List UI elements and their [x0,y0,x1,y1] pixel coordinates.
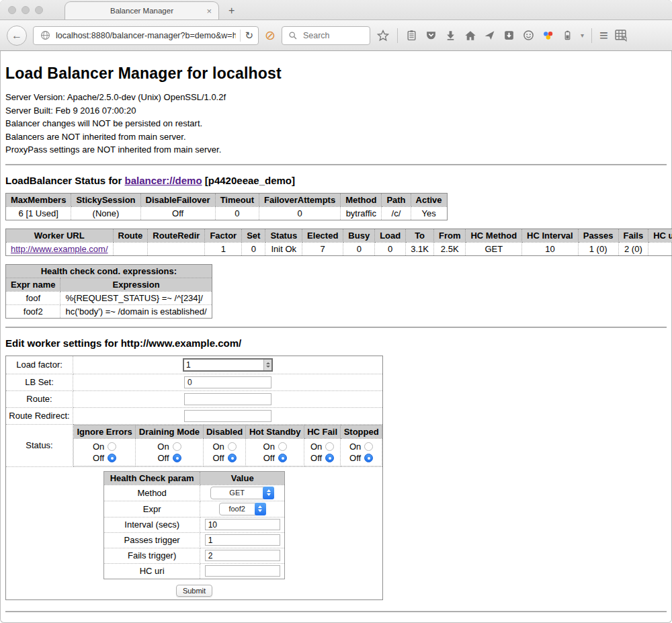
col-elected: Elected [302,229,343,242]
reading-list-icon[interactable] [405,29,419,42]
val-passes: 1 (0) [578,242,618,255]
reload-icon[interactable]: ↻ [245,30,253,42]
off-label: Off [263,453,275,463]
ignore-errors-off-radio[interactable] [108,454,116,462]
new-tab-button[interactable]: + [228,5,235,17]
hc-fails-label: Fails trigger) [104,548,200,563]
menu-icon[interactable]: ≡ [599,28,608,43]
col-hc-fail: HC Fail [304,425,340,438]
url-text[interactable]: localhost:8880/balancer-manager?b=demo&w… [56,31,236,40]
col-status: Status [265,229,302,242]
col-to: To [406,229,434,242]
status-table: Ignore Errors Draining Mode Disabled Hot… [73,425,382,466]
val-method: bytraffic [341,206,382,220]
route-row: Route: [6,390,383,407]
on-label: On [310,442,322,452]
color-dots-icon[interactable] [542,29,555,42]
col-ignore-errors: Ignore Errors [74,425,136,438]
draining-mode-on-radio[interactable] [173,442,181,451]
download-icon[interactable] [444,29,458,42]
edit-worker-heading: Edit worker settings for http://www.exam… [5,337,667,349]
hc-method-selected-value: GET [211,489,263,497]
hc-expr-select[interactable]: foof2 [219,503,266,515]
expr-name-foof: foof [6,291,60,304]
tab-balancer-manager[interactable]: Balancer Manager × [65,1,219,19]
col-set: Set [242,229,265,242]
expr-header-row: Expr name Expression [6,278,212,291]
globe-icon [38,29,52,42]
battery-icon[interactable] [561,29,575,42]
hc-fail-on-radio[interactable] [325,442,334,451]
balancer-status-heading: LoadBalancer Status for balancer://demo … [5,175,667,186]
val-set: 0 [242,242,265,255]
server-built-line: Server Built: Feb 9 2016 07:00:20 [5,104,667,118]
on-label: On [212,442,224,452]
route-redirect-label: Route Redirect: [6,407,73,424]
back-button[interactable]: ← [7,26,27,46]
hc-interval-row: Interval (secs) [104,517,285,532]
val-factor: 1 [205,242,242,255]
submit-button[interactable]: Submit [176,585,212,597]
route-redirect-row: Route Redirect: [6,407,383,424]
lb-set-label: LB Set: [6,374,73,390]
hc-fail-off-radio[interactable] [325,454,334,462]
hc-method-label: Method [104,485,200,501]
col-failoverattempts: FailoverAttempts [259,193,340,206]
stopped-off-radio[interactable] [364,454,373,462]
window-controls[interactable] [8,6,43,14]
tiles-icon[interactable] [614,29,628,42]
val-status: Init Ok [265,242,302,255]
minimize-window-button[interactable] [22,6,30,14]
close-window-button[interactable] [8,6,16,14]
close-tab-icon[interactable]: × [206,6,212,16]
hot-standby-on-radio[interactable] [278,442,287,451]
stopped-on-radio[interactable] [364,442,373,451]
zoom-window-button[interactable] [35,6,43,14]
val-failoverattempts: 0 [259,206,340,220]
url-bar[interactable]: localhost:8880/balancer-manager?b=demo&w… [33,26,259,45]
save-page-icon[interactable] [503,29,516,42]
route-input[interactable] [184,393,271,405]
bookmark-star-icon[interactable] [376,29,390,42]
ignore-errors-on-radio[interactable] [108,442,116,451]
hc-passes-label: Passes trigger [104,532,200,548]
expr-name-foof2: foof2 [6,304,60,318]
val-hc-uri [648,242,672,255]
search-icon [286,29,300,42]
val-busy: 0 [343,242,375,255]
pocket-icon[interactable] [425,29,438,42]
draining-mode-off-radio[interactable] [173,454,181,462]
route-redirect-input[interactable] [184,410,271,422]
hc-method-select[interactable]: GET [210,487,274,499]
toolbar-overflow-caret-icon[interactable]: ▾ [581,32,584,39]
load-factor-input[interactable] [184,360,263,370]
hc-uri-input[interactable] [205,565,280,577]
on-label: On [263,442,275,452]
balancer-link[interactable]: balancer://demo [125,175,202,186]
val-to: 3.1K [406,242,434,255]
content-blocked-icon[interactable]: ⊘ [265,29,276,42]
tab-title: Balancer Manager [110,7,173,15]
col-routeredir: RouteRedir [148,229,205,242]
hc-header-row: Health Check param Value [104,471,285,485]
hot-standby-off-radio[interactable] [278,454,287,462]
lb-set-input[interactable] [184,376,271,388]
search-input[interactable] [303,31,364,40]
col-route: Route [113,229,148,242]
disabled-off-radio[interactable] [228,454,237,462]
col-busy: Busy [343,229,375,242]
worker-header-row: Worker URL Route RouteRedir Factor Set S… [6,229,672,242]
col-hot-standby: Hot Standby [246,425,304,438]
divider-3 [5,611,667,612]
chat-icon[interactable] [522,29,536,42]
hc-fails-input[interactable] [205,550,280,561]
hc-interval-input[interactable] [205,519,280,530]
worker-url-link[interactable]: http://www.example.com/ [11,244,108,254]
number-stepper-icon[interactable] [263,360,271,370]
send-icon[interactable] [483,29,497,42]
hc-passes-input[interactable] [205,534,280,546]
home-icon[interactable] [464,29,477,42]
search-bar[interactable] [282,26,370,45]
val-hc-method: GET [466,242,522,255]
disabled-on-radio[interactable] [228,442,237,451]
